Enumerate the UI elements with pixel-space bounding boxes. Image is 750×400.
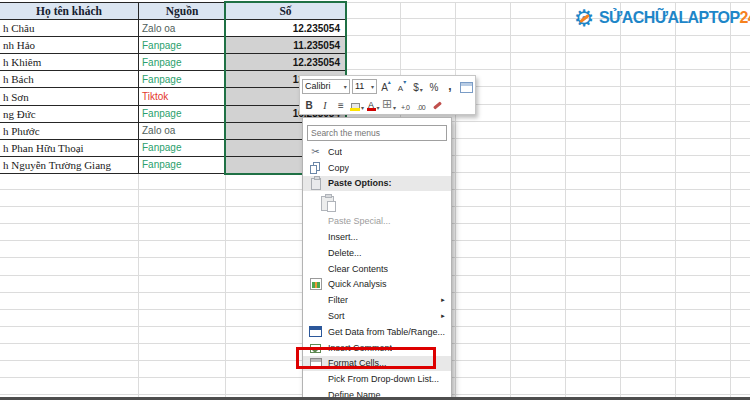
cell-source[interactable]: Fanpage bbox=[139, 71, 226, 88]
menu-item-paste-options[interactable]: Paste Options: bbox=[303, 176, 451, 192]
gear-icon: ⚙ bbox=[572, 6, 596, 30]
menu-item-quick-analysis[interactable]: Quick Analysis bbox=[303, 277, 451, 293]
increase-decimal-icon: +.0 bbox=[401, 104, 409, 111]
paste-option-keep-source[interactable] bbox=[303, 191, 451, 213]
copy-icon bbox=[310, 162, 321, 174]
cell-name[interactable]: h Châu bbox=[0, 20, 139, 37]
menu-item-insert-comment[interactable]: Insert Comment bbox=[303, 340, 451, 356]
font-name-select[interactable]: Calibri▾ bbox=[302, 79, 350, 94]
chevron-down-icon: ▾ bbox=[344, 83, 347, 90]
menu-item-paste-special[interactable]: Paste Special... bbox=[303, 213, 451, 229]
shrink-font-button[interactable]: A▾ bbox=[395, 78, 409, 94]
comma-style-button[interactable]: , bbox=[443, 78, 457, 94]
cell-number[interactable]: 11.235054 bbox=[226, 37, 346, 54]
grow-font-icon: A bbox=[381, 82, 388, 93]
format-table-button[interactable] bbox=[459, 78, 473, 94]
decrease-decimal-button[interactable]: .00 bbox=[414, 96, 428, 112]
fill-color-button[interactable]: ▾ bbox=[350, 96, 364, 112]
chevron-down-icon: ▾ bbox=[393, 104, 396, 111]
menu-item-clear-contents[interactable]: Clear Contents bbox=[303, 261, 451, 277]
cell-name[interactable]: h Khiêm bbox=[0, 54, 139, 71]
percent-style-button[interactable]: % bbox=[427, 78, 441, 94]
context-menu: ✂ Cut Copy Paste Options: Paste Special.… bbox=[302, 117, 452, 400]
menu-item-sort[interactable]: Sort ► bbox=[303, 308, 451, 324]
menu-item-insert[interactable]: Insert... bbox=[303, 229, 451, 245]
cell-name[interactable]: h Sơn bbox=[0, 88, 139, 105]
grid-vline bbox=[730, 2, 731, 398]
menu-item-copy[interactable]: Copy bbox=[303, 160, 451, 176]
table-row: h Nguyễn Trường Giang Fanpage bbox=[0, 157, 346, 174]
menu-search-input[interactable] bbox=[307, 125, 447, 141]
cell-source[interactable]: Fanpage bbox=[139, 140, 226, 157]
chevron-down-icon: ▾ bbox=[377, 104, 380, 111]
bold-icon: B bbox=[305, 100, 312, 111]
paste-icon bbox=[311, 178, 321, 190]
table-row: h Bách Fanpage 12.235054 bbox=[0, 71, 346, 88]
cell-number[interactable]: 12.235054 bbox=[226, 54, 346, 71]
cell-source[interactable]: Fanpage bbox=[139, 106, 226, 123]
header-so[interactable]: Số bbox=[226, 3, 346, 20]
grow-font-button[interactable]: A▴ bbox=[379, 78, 393, 94]
italic-button[interactable]: I bbox=[318, 96, 332, 112]
chevron-down-icon: ▾ bbox=[361, 104, 364, 111]
source-value: Tiktok bbox=[142, 91, 168, 102]
mini-toolbar-row-2: B I ≡ ▾ A▾ ⊞▾ +.0 .00 bbox=[302, 95, 473, 113]
format-painter-button[interactable] bbox=[430, 96, 444, 112]
source-value: Fanpage bbox=[142, 142, 181, 153]
cell-name[interactable]: h Phan Hữu Thoại bbox=[0, 140, 139, 157]
table-header-row: Họ tên khách Nguồn Số bbox=[0, 3, 346, 20]
menu-item-delete[interactable]: Delete... bbox=[303, 245, 451, 261]
cell-source[interactable]: Tiktok bbox=[139, 88, 226, 105]
table-row: h Khiêm Fanpage 12.235054 bbox=[0, 54, 346, 71]
cell-source[interactable]: Fanpage bbox=[139, 157, 226, 174]
increase-decimal-button[interactable]: +.0 bbox=[398, 96, 412, 112]
menu-item-format-cells[interactable]: Format Cells... bbox=[303, 356, 451, 372]
format-table-icon bbox=[460, 82, 473, 93]
mini-toolbar: Calibri▾ 11▾ A▴ A▾ $▾ % , B I ≡ ▾ A▾ ⊞▾ … bbox=[299, 75, 476, 115]
cell-source[interactable]: Zalo oa bbox=[139, 123, 226, 140]
source-value: Zalo oa bbox=[142, 125, 175, 136]
quick-analysis-icon bbox=[310, 278, 322, 290]
cell-name[interactable]: nh Hảo bbox=[0, 37, 139, 54]
menu-item-pick-from-list[interactable]: Pick From Drop-down List... bbox=[303, 371, 451, 387]
fill-color-icon bbox=[350, 103, 360, 111]
menu-item-get-data[interactable]: Get Data from Table/Range... bbox=[303, 324, 451, 340]
percent-icon: % bbox=[430, 82, 439, 93]
brand-logo: ⚙ SỬACHỮALAPTOP24h.com bbox=[572, 6, 750, 30]
source-value: Fanpage bbox=[142, 108, 181, 119]
grid-vline bbox=[455, 2, 456, 398]
bold-button[interactable]: B bbox=[302, 96, 316, 112]
cell-name[interactable]: h Phước bbox=[0, 123, 139, 140]
menu-item-filter[interactable]: Filter ► bbox=[303, 292, 451, 308]
menu-search-wrap bbox=[303, 118, 451, 144]
cell-name[interactable]: h Bách bbox=[0, 71, 139, 88]
font-color-icon: A bbox=[367, 101, 376, 111]
font-color-button[interactable]: A▾ bbox=[366, 96, 380, 112]
source-value: Fanpage bbox=[142, 57, 181, 68]
cell-name[interactable]: ng Đức bbox=[0, 106, 139, 123]
header-ho-ten-khach[interactable]: Họ tên khách bbox=[0, 3, 139, 20]
font-size-select[interactable]: 11▾ bbox=[352, 79, 377, 94]
accounting-format-button[interactable]: $▾ bbox=[411, 78, 425, 94]
customer-table: Họ tên khách Nguồn Số h Châu Zalo oa 12.… bbox=[0, 2, 346, 174]
cell-source[interactable]: Zalo oa bbox=[139, 20, 226, 37]
align-button[interactable]: ≡ bbox=[334, 96, 348, 112]
cell-source[interactable]: Fanpage bbox=[139, 37, 226, 54]
submenu-arrow-icon: ► bbox=[440, 313, 446, 319]
menu-item-cut[interactable]: ✂ Cut bbox=[303, 144, 451, 160]
paste-option-icon bbox=[321, 196, 334, 211]
grid-vline bbox=[675, 2, 676, 398]
cell-name[interactable]: h Nguyễn Trường Giang bbox=[0, 157, 139, 174]
cut-icon: ✂ bbox=[311, 146, 319, 157]
borders-button[interactable]: ⊞▾ bbox=[382, 96, 396, 112]
decrease-decimal-icon: .00 bbox=[417, 104, 425, 111]
cell-number-active[interactable]: 12.235054 bbox=[226, 20, 346, 37]
align-icon: ≡ bbox=[338, 100, 344, 111]
brand-text: SỬACHỮALAPTOP24h.com bbox=[599, 8, 750, 28]
source-value: Fanpage bbox=[142, 159, 181, 170]
shrink-font-icon: A bbox=[398, 84, 403, 93]
header-nguon[interactable]: Nguồn bbox=[139, 3, 226, 20]
source-value: Fanpage bbox=[142, 74, 181, 85]
cell-source[interactable]: Fanpage bbox=[139, 54, 226, 71]
insert-comment-icon bbox=[310, 344, 321, 353]
